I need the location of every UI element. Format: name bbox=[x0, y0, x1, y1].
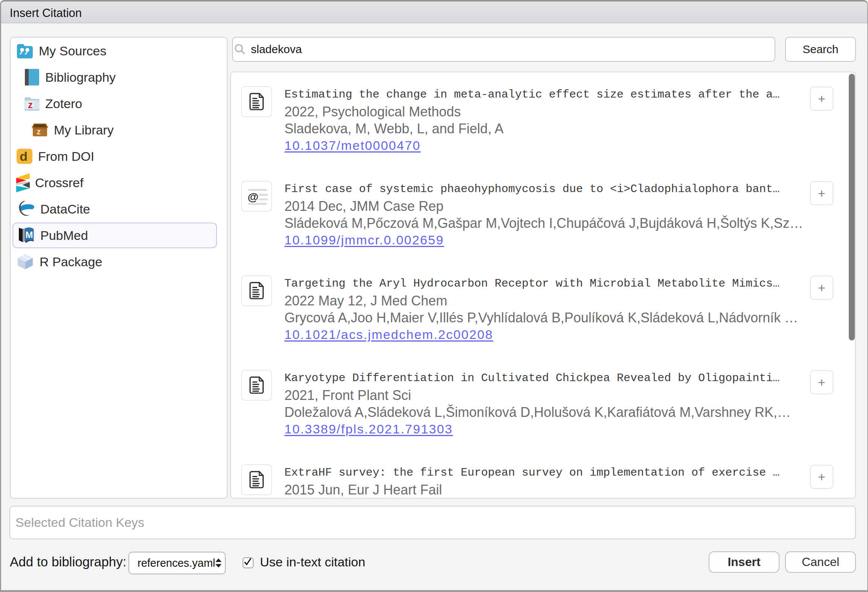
svg-text:M: M bbox=[26, 230, 33, 240]
svg-text:d: d bbox=[20, 149, 28, 163]
svg-text:z: z bbox=[37, 127, 41, 136]
svg-text:z: z bbox=[28, 99, 33, 110]
svg-text:@: @ bbox=[248, 191, 258, 203]
